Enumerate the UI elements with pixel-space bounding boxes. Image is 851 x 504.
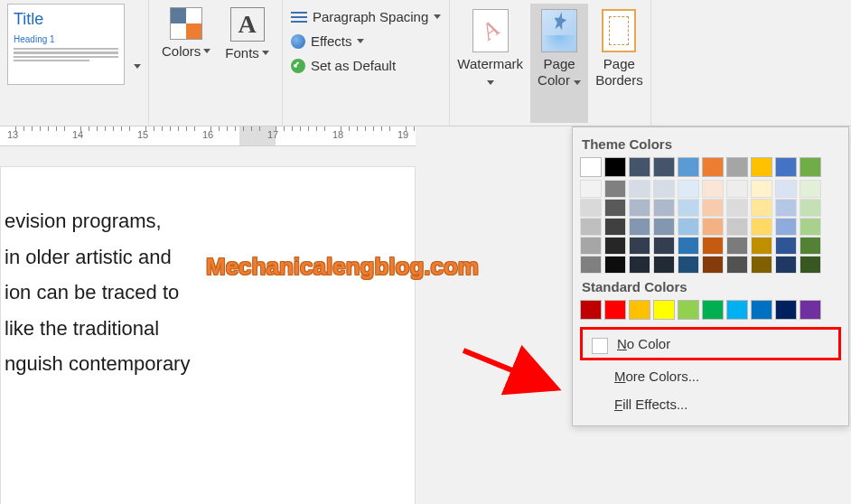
color-swatch[interactable] xyxy=(726,218,748,236)
color-swatch[interactable] xyxy=(604,157,626,177)
chevron-down-icon xyxy=(487,80,494,85)
fill-effects-item[interactable]: Fill Effects... xyxy=(580,390,841,418)
color-swatch[interactable] xyxy=(702,157,724,177)
color-swatch[interactable] xyxy=(629,218,650,236)
color-swatch[interactable] xyxy=(751,300,772,320)
color-swatch[interactable] xyxy=(751,157,772,177)
effects-label: Effects xyxy=(311,33,352,49)
color-swatch[interactable] xyxy=(775,157,797,177)
color-swatch[interactable] xyxy=(702,180,724,198)
color-swatch[interactable] xyxy=(580,300,602,320)
color-swatch[interactable] xyxy=(604,218,626,236)
color-swatch[interactable] xyxy=(653,157,675,177)
color-swatch[interactable] xyxy=(678,300,699,320)
style-theme-preview[interactable]: Title Heading 1 xyxy=(7,4,125,85)
doc-line: in older artistic and xyxy=(1,239,415,275)
doc-line: like the traditional xyxy=(1,311,415,347)
color-swatch[interactable] xyxy=(800,218,821,236)
ruler-mark: 14 xyxy=(72,129,83,140)
color-swatch[interactable] xyxy=(629,300,650,320)
color-swatch[interactable] xyxy=(800,180,821,198)
color-swatch[interactable] xyxy=(775,199,797,217)
color-swatch[interactable] xyxy=(775,180,797,198)
color-swatch[interactable] xyxy=(653,256,675,274)
color-swatch[interactable] xyxy=(702,300,724,320)
color-swatch[interactable] xyxy=(751,256,772,274)
color-swatch[interactable] xyxy=(775,256,797,274)
color-swatch[interactable] xyxy=(726,199,748,217)
color-swatch[interactable] xyxy=(775,237,797,255)
color-swatch[interactable] xyxy=(726,256,748,274)
color-swatch[interactable] xyxy=(653,199,675,217)
color-swatch[interactable] xyxy=(751,218,772,236)
color-swatch[interactable] xyxy=(678,157,699,177)
color-swatch[interactable] xyxy=(653,300,675,320)
color-swatch[interactable] xyxy=(629,256,650,274)
color-swatch[interactable] xyxy=(800,157,821,177)
set-as-default-button[interactable]: Set as Default xyxy=(288,56,444,75)
color-swatch[interactable] xyxy=(653,218,675,236)
color-swatch[interactable] xyxy=(800,256,821,274)
effects-button[interactable]: Effects xyxy=(288,32,444,51)
chevron-down-icon xyxy=(262,51,269,55)
style-gallery-more[interactable] xyxy=(134,57,141,71)
more-colors-item[interactable]: More Colors... xyxy=(580,362,841,390)
page-color-button[interactable]: PageColor xyxy=(530,4,588,123)
color-swatch[interactable] xyxy=(629,199,650,217)
color-swatch[interactable] xyxy=(604,199,626,217)
color-swatch[interactable] xyxy=(702,199,724,217)
color-swatch[interactable] xyxy=(678,199,699,217)
checkmark-icon xyxy=(291,59,305,73)
color-swatch[interactable] xyxy=(580,180,602,198)
ruler-mark: 17 xyxy=(267,129,278,140)
color-swatch[interactable] xyxy=(726,237,748,255)
watermark-button[interactable]: Watermark xyxy=(450,4,530,123)
color-swatch[interactable] xyxy=(702,256,724,274)
colors-button[interactable]: Colors xyxy=(156,4,216,125)
color-swatch[interactable] xyxy=(678,256,699,274)
color-swatch[interactable] xyxy=(726,157,748,177)
color-swatch[interactable] xyxy=(678,218,699,236)
color-swatch[interactable] xyxy=(580,256,602,274)
no-color-item[interactable]: No Color xyxy=(580,327,841,360)
color-swatch[interactable] xyxy=(702,237,724,255)
color-swatch[interactable] xyxy=(726,180,748,198)
color-swatch[interactable] xyxy=(678,180,699,198)
color-swatch[interactable] xyxy=(580,237,602,255)
color-swatch[interactable] xyxy=(604,237,626,255)
page-borders-icon xyxy=(602,9,636,52)
horizontal-ruler[interactable]: 13141516171819 xyxy=(0,126,416,146)
color-swatch[interactable] xyxy=(800,237,821,255)
color-swatch[interactable] xyxy=(653,180,675,198)
document-page[interactable]: evision programs, in older artistic and … xyxy=(0,166,416,504)
color-swatch[interactable] xyxy=(580,199,602,217)
color-swatch[interactable] xyxy=(751,199,772,217)
effects-icon xyxy=(291,34,305,49)
page-borders-label: PageBorders xyxy=(595,56,643,89)
preview-title: Title xyxy=(14,10,118,29)
color-swatch[interactable] xyxy=(726,300,748,320)
colors-label: Colors xyxy=(162,43,201,59)
color-swatch[interactable] xyxy=(678,237,699,255)
color-swatch[interactable] xyxy=(800,199,821,217)
color-swatch[interactable] xyxy=(775,300,797,320)
color-swatch[interactable] xyxy=(604,300,626,320)
color-swatch[interactable] xyxy=(800,300,821,320)
color-swatch[interactable] xyxy=(604,180,626,198)
color-swatch[interactable] xyxy=(629,237,650,255)
color-swatch[interactable] xyxy=(653,237,675,255)
paragraph-spacing-button[interactable]: Paragraph Spacing xyxy=(288,7,444,26)
chevron-down-icon xyxy=(574,80,581,85)
color-swatch[interactable] xyxy=(751,237,772,255)
color-swatch[interactable] xyxy=(580,218,602,236)
ruler-mark: 15 xyxy=(137,129,148,140)
color-swatch[interactable] xyxy=(775,218,797,236)
color-swatch[interactable] xyxy=(629,180,650,198)
color-swatch[interactable] xyxy=(629,157,650,177)
color-swatch[interactable] xyxy=(580,157,602,177)
color-swatch[interactable] xyxy=(751,180,772,198)
page-borders-button[interactable]: PageBorders xyxy=(588,4,650,123)
fonts-button[interactable]: A Fonts xyxy=(220,4,275,125)
color-swatch[interactable] xyxy=(604,256,626,274)
color-swatch[interactable] xyxy=(702,218,724,236)
